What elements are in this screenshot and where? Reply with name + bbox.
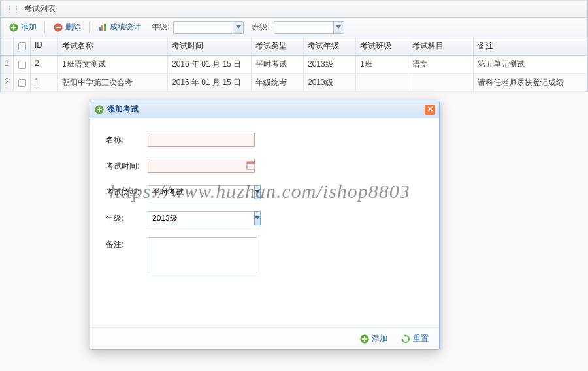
cell-remark: 请科任老师尽快登记成绩 bbox=[474, 74, 587, 91]
svg-rect-2 bbox=[11, 27, 16, 28]
col-class[interactable]: 考试班级 bbox=[356, 37, 408, 55]
cell-id: 1 bbox=[31, 74, 58, 91]
class-filter-trigger[interactable] bbox=[333, 22, 344, 33]
class-filter-combo[interactable] bbox=[274, 21, 344, 34]
time-input[interactable] bbox=[148, 159, 255, 173]
dialog-reset-button[interactable]: 重置 bbox=[398, 332, 431, 346]
delete-button[interactable]: 删除 bbox=[50, 20, 84, 34]
type-select-input[interactable] bbox=[148, 185, 254, 199]
grade-filter-input[interactable] bbox=[174, 22, 233, 33]
time-label: 考试时间: bbox=[106, 159, 148, 172]
type-label: 考试类型: bbox=[106, 185, 148, 198]
cell-name: 朝阳中学第三次会考 bbox=[58, 74, 168, 91]
svg-rect-19 bbox=[362, 338, 367, 340]
class-filter-input[interactable] bbox=[274, 22, 333, 33]
cell-grade: 2013级 bbox=[304, 56, 356, 73]
dialog-header[interactable]: 添加考试 ✕ bbox=[90, 101, 439, 118]
col-time[interactable]: 考试时间 bbox=[168, 37, 252, 55]
svg-marker-20 bbox=[404, 334, 406, 337]
cell-id: 2 bbox=[31, 56, 58, 73]
cell-remark: 第五单元测试 bbox=[474, 56, 587, 73]
cell-rownum: 1 bbox=[1, 56, 14, 73]
chevron-down-icon bbox=[255, 190, 260, 194]
panel-header: ⋮⋮ 考试列表 bbox=[0, 0, 588, 18]
drag-handle-icon: ⋮⋮ bbox=[6, 5, 19, 14]
grade-filter-trigger[interactable] bbox=[233, 22, 243, 33]
add-button[interactable]: 添加 bbox=[6, 20, 39, 34]
barchart-icon bbox=[97, 22, 108, 33]
add-exam-dialog: 添加考试 ✕ 名称: 考试时间: 考试类型: bbox=[90, 101, 440, 350]
svg-marker-8 bbox=[236, 25, 241, 29]
name-label: 名称: bbox=[106, 133, 148, 146]
stats-button[interactable]: 成绩统计 bbox=[95, 20, 144, 34]
add-icon bbox=[94, 105, 105, 115]
refresh-icon bbox=[400, 334, 411, 344]
col-type[interactable]: 考试类型 bbox=[252, 37, 304, 55]
remark-label: 备注: bbox=[106, 237, 148, 250]
svg-rect-7 bbox=[104, 24, 106, 31]
grade-select-input[interactable] bbox=[148, 211, 254, 225]
cell-name: 1班语文测试 bbox=[58, 56, 168, 73]
dialog-add-label: 添加 bbox=[372, 333, 387, 344]
col-subject[interactable]: 考试科目 bbox=[408, 37, 474, 55]
col-remark[interactable]: 备注 bbox=[474, 37, 587, 55]
table-row[interactable]: 1 2 1班语文测试 2016 年 01 月 15 日 平时考试 2013级 1… bbox=[1, 56, 587, 74]
grade-label: 年级: bbox=[106, 211, 148, 224]
separator bbox=[89, 22, 90, 33]
remark-textarea[interactable] bbox=[148, 237, 257, 272]
grid-header: ID 考试名称 考试时间 考试类型 考试年级 考试班级 考试科目 备注 bbox=[1, 37, 587, 56]
add-icon bbox=[8, 22, 19, 33]
cell-grade: 2013级 bbox=[304, 74, 356, 91]
svg-rect-5 bbox=[99, 27, 101, 31]
cell-time: 2016 年 01 月 15 日 bbox=[168, 56, 252, 73]
col-name[interactable]: 考试名称 bbox=[58, 37, 168, 55]
col-grade[interactable]: 考试年级 bbox=[304, 37, 356, 55]
chevron-down-icon bbox=[255, 216, 260, 220]
chevron-down-icon bbox=[236, 25, 241, 29]
svg-rect-12 bbox=[97, 109, 102, 110]
col-check[interactable] bbox=[14, 37, 31, 55]
cell-subject bbox=[408, 74, 474, 91]
calendar-icon[interactable] bbox=[246, 161, 255, 170]
grade-filter-combo[interactable] bbox=[173, 21, 244, 34]
close-button[interactable]: ✕ bbox=[425, 105, 435, 115]
separator bbox=[44, 22, 45, 33]
grade-select-trigger[interactable] bbox=[254, 211, 261, 225]
table-row[interactable]: 2 1 朝阳中学第三次会考 2016 年 01 月 15 日 年级统考 2013… bbox=[1, 74, 587, 92]
type-select-trigger[interactable] bbox=[254, 185, 261, 199]
dialog-title: 添加考试 bbox=[107, 104, 425, 115]
col-rownum bbox=[1, 37, 14, 55]
grade-select[interactable] bbox=[148, 211, 257, 225]
dialog-body: 名称: 考试时间: 考试类型: 年级: bbox=[90, 118, 439, 327]
delete-icon bbox=[53, 22, 63, 33]
panel-title: 考试列表 bbox=[24, 3, 56, 14]
class-filter-label: 班级: bbox=[252, 22, 269, 33]
svg-marker-16 bbox=[255, 216, 260, 219]
cell-check[interactable] bbox=[14, 74, 31, 91]
add-icon bbox=[359, 334, 370, 344]
svg-rect-4 bbox=[56, 27, 61, 28]
chevron-down-icon bbox=[336, 25, 341, 29]
cell-type: 年级统考 bbox=[252, 74, 304, 91]
dialog-add-button[interactable]: 添加 bbox=[357, 332, 390, 346]
svg-marker-9 bbox=[336, 25, 341, 29]
checkbox-icon[interactable] bbox=[18, 79, 26, 87]
cell-time: 2016 年 01 月 15 日 bbox=[168, 74, 252, 91]
grade-filter-label: 年级: bbox=[152, 22, 169, 33]
checkbox-icon[interactable] bbox=[18, 42, 26, 50]
delete-label: 删除 bbox=[65, 22, 81, 33]
checkbox-icon[interactable] bbox=[18, 61, 26, 69]
col-id[interactable]: ID bbox=[31, 37, 58, 55]
dialog-footer: 添加 重置 bbox=[90, 327, 439, 349]
toolbar: 添加 删除 成绩统计 年级: 班级: bbox=[0, 18, 588, 37]
add-label: 添加 bbox=[21, 22, 37, 33]
svg-marker-15 bbox=[255, 190, 260, 193]
cell-class bbox=[356, 74, 408, 91]
cell-check[interactable] bbox=[14, 56, 31, 73]
cell-class: 1班 bbox=[356, 56, 408, 73]
name-input[interactable] bbox=[148, 133, 255, 147]
close-icon: ✕ bbox=[427, 105, 433, 114]
type-select[interactable] bbox=[148, 185, 257, 199]
stats-label: 成绩统计 bbox=[110, 22, 141, 33]
exam-grid: ID 考试名称 考试时间 考试类型 考试年级 考试班级 考试科目 备注 1 2 … bbox=[0, 37, 588, 92]
